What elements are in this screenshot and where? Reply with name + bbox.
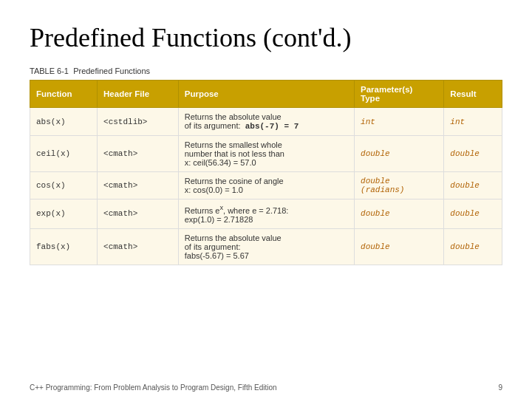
predefined-functions-table: Function Header File Purpose Parameter(s… [30,80,502,265]
table-caption-label: TABLE 6-1 [30,66,69,75]
cell-function: abs(x) [30,108,98,136]
cell-function: fabs(x) [30,228,98,265]
table-caption: TABLE 6-1 Predefined Functions [30,66,502,75]
cell-result: double [444,136,502,172]
cell-param-type: double [355,200,444,229]
col-header-result: Result [444,81,502,108]
cell-header-file: <cmath> [98,200,179,229]
col-header-param-type: Parameter(s)Type [355,81,444,108]
cell-result: double [444,228,502,265]
cell-param-type: int [355,108,444,136]
cell-purpose: Returns the absolute valueof its argumen… [178,228,354,265]
cell-purpose: Returns ex, where e = 2.718:exp(1.0) = 2… [178,200,354,229]
table-row: abs(x)<cstdlib>Returns the absolute valu… [30,108,502,136]
cell-header-file: <cmath> [98,228,179,265]
col-header-header-file: Header File [98,81,179,108]
cell-header-file: <cstdlib> [98,108,179,136]
table-row: exp(x)<cmath>Returns ex, where e = 2.718… [30,200,502,229]
table-caption-text: Predefined Functions [73,66,150,75]
cell-result: int [444,108,502,136]
table-row: fabs(x)<cmath>Returns the absolute value… [30,228,502,265]
cell-purpose: Returns the cosine of anglex: cos(0.0) =… [178,172,354,200]
col-header-purpose: Purpose [178,81,354,108]
cell-header-file: <cmath> [98,136,179,172]
col-header-function: Function [30,81,98,108]
table-row: ceil(x)<cmath>Returns the smallest whole… [30,136,502,172]
cell-param-type: double(radians) [355,172,444,200]
cell-param-type: double [355,228,444,265]
cell-function: ceil(x) [30,136,98,172]
slide-title: Predefined Functions (cont'd.) [30,22,502,53]
cell-function: exp(x) [30,200,98,229]
footer: C++ Programming: From Problem Analysis t… [30,383,502,392]
cell-result: double [444,172,502,200]
cell-purpose: Returns the absolute valueof its argumen… [178,108,354,136]
footer-left: C++ Programming: From Problem Analysis t… [30,383,277,392]
cell-purpose: Returns the smallest wholenumber that is… [178,136,354,172]
cell-result: double [444,200,502,229]
table-header-row: Function Header File Purpose Parameter(s… [30,81,502,108]
footer-right: 9 [498,383,502,392]
cell-function: cos(x) [30,172,98,200]
table-row: cos(x)<cmath>Returns the cosine of angle… [30,172,502,200]
slide: Predefined Functions (cont'd.) TABLE 6-1… [0,0,532,399]
cell-header-file: <cmath> [98,172,179,200]
cell-param-type: double [355,136,444,172]
